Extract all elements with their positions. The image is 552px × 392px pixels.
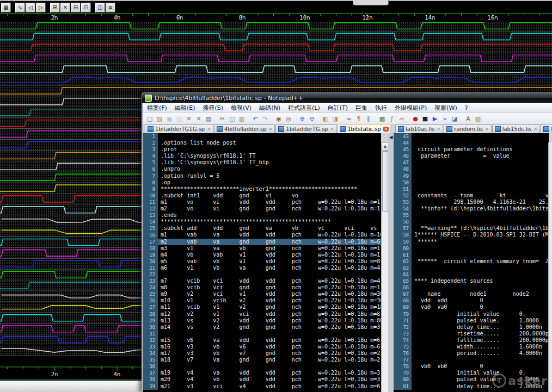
code-line-6[interactable]: 6.unpro [143,166,381,172]
zoom-fit-icon[interactable]: ⊡ [81,3,91,13]
pane-splitter[interactable]: ◀ [388,133,394,392]
function-list-icon[interactable]: ƒ [388,115,396,123]
paste-icon[interactable]: ▥ [237,115,246,123]
code-line-24[interactable]: 24m8 vcib vci gnd gnd nch w=0.22u l=0.18… [143,284,381,291]
code-line-10[interactable]: 10.subckt int1 vdd gnd vi vo [143,192,381,199]
code-line-66[interactable]: 66 [394,284,549,291]
code-line-14[interactable]: 14**************************************… [143,219,381,225]
menu-f[interactable]: 檔案(F) [143,103,171,113]
code-line-30[interactable]: 30m14 vs v2 gnd gnd nch w=0.22u l=0.18u … [143,324,381,331]
tab-close-icon[interactable]: ✕ [330,127,334,132]
code-line-32[interactable]: 32m15 v6 va vdd vdd pch w=0.22u l=0.18u … [143,337,381,344]
code-line-77[interactable]: 77 [394,357,549,363]
tab-1bitadderTG.sp[interactable]: 1bitadderTG.sp✕ [275,125,336,133]
tab-close-icon[interactable]: ✕ [485,127,489,132]
sync-scroll-v-icon[interactable]: ◧ [321,115,330,123]
list-windows-icon[interactable]: ≡ [106,3,115,13]
code-line-15[interactable]: 15.subckt add vdd gnd va vb vc vci vs [143,225,381,232]
code-line-35[interactable]: 35m18 v7 va gnd gnd nch w=0.22u l=0.18u … [143,357,381,363]
cut-icon[interactable]: ✂ [218,115,226,123]
pan-right-icon[interactable]: ▷ [36,3,46,13]
menu-w[interactable]: 視窗(W) [431,103,461,113]
menu-s[interactable]: 搜尋(S) [199,103,227,113]
code-line-21[interactable]: 21m6 v1 vb va gnd nch w=0.22u l=0.18u m=… [143,265,381,271]
code-line-60[interactable]: 60 [394,245,549,252]
zoom-in-icon[interactable]: ⊕ [298,115,306,123]
replace-icon[interactable]: ◎ [284,115,293,123]
code-line-47[interactable]: 47 [394,159,549,166]
code-line-43[interactable]: 43 [394,133,549,140]
code-line-68[interactable]: 68 vdd vdd 0 1. [394,297,549,304]
code-line-34[interactable]: 34m17 v3 vb v7 gnd nch w=0.22u l=0.18u m… [143,350,381,357]
splitter-arrow-icon[interactable]: ◀ [388,135,394,140]
delete-icon[interactable]: ✕ [60,3,70,13]
code-line-11[interactable]: 11m1 vo vi vdd vdd pch w=0.22u l=0.18u m… [143,199,381,206]
code-line-33[interactable]: 33m16 v3 vb v6 vdd pch w=0.22u l=0.18u m… [143,344,381,350]
code-line-55[interactable]: 55 [394,212,549,219]
code-line-8[interactable]: 8.op [143,179,381,186]
code-line-25[interactable]: 25m9 v2 vci v1 vdd pch w=0.22u l=0.18u m… [143,291,381,297]
tab-close-icon[interactable]: ✕ [269,127,273,132]
zoom-out-icon[interactable]: ⊖ [308,115,316,123]
save-all-icon[interactable]: ◫ [175,115,183,123]
tab-1bitstatic.sp[interactable]: 1bitstatic.sp✕ [337,124,390,133]
redo-icon[interactable]: ↷ [261,115,269,123]
tab-lab10ac.lis[interactable]: lab10ac.lis✕ [395,125,443,133]
code-line-16[interactable]: 16m1 vab va vdd vdd pch w=0.22u l=0.18u … [143,232,381,238]
code-line-56[interactable]: 56 [394,219,549,225]
macro-save-icon[interactable]: ◪ [450,115,459,123]
code-line-64[interactable]: 64 [394,271,549,278]
code-line-45[interactable]: 45 circuit parameter definitions [394,146,549,153]
grid-icon[interactable]: ▦ [1,3,11,13]
document-map-icon[interactable]: ▩ [378,115,387,123]
tab-lab15dc.lis[interactable]: lab15dc.lis✕ [492,125,540,133]
macro-play-icon[interactable]: ▶ [431,115,439,123]
code-line-73[interactable]: 73 risetime..... 200.0000p [394,331,549,337]
code-line-13[interactable]: 13.ends [143,212,381,219]
indent-guide-icon[interactable]: ∥ [364,115,373,123]
menu-[interactable]: 巨集 [352,103,371,113]
tab-4bitfulladder.sp[interactable]: 4bitfulladder.sp✕ [214,125,275,133]
code-line-39[interactable]: 39m21 v3 vci v4 vdd pch w=0.22u l=0.18u … [143,383,381,390]
code-line-62[interactable]: 62 ****** circuit element summary tnom= … [394,258,549,265]
code-line-53[interactable]: 53 298.15000 4.1163e-21 25.69184m [394,199,549,206]
code-line-31[interactable]: 31 [143,331,381,337]
menu-e[interactable]: 編輯(E) [171,103,199,113]
new-file-icon[interactable]: ▢ [145,115,154,123]
titlebar[interactable]: D:\hspice\4bitfulladder\1bitstatic.sp - … [142,92,552,103]
print-icon[interactable]: ▤ [204,115,213,123]
editor-left[interactable]: 12.options list node post3.prot4.lib 'C:… [143,133,381,392]
tab-close-icon[interactable]: ✕ [437,127,441,132]
tab-close-icon[interactable]: ✕ [207,127,211,132]
code-line-5[interactable]: 5.lib 'C:\synopsys\rf018.1' TT_bip [143,159,381,166]
code-line-50[interactable]: 50 [394,179,549,186]
code-line-29[interactable]: 29m13 vs v2 vdd vdd pch w=0.22u l=0.18u … [143,318,381,324]
menu-p[interactable]: 外掛模組(P) [391,103,431,113]
pan-left-icon[interactable]: ◁ [26,3,35,13]
word-wrap-icon[interactable]: ≈ [345,115,353,123]
macro-stop-icon[interactable]: ■ [421,115,430,123]
code-line-57[interactable]: 57 **warning** (d:\hspice\4bitfulladder\… [394,225,549,232]
code-line-58[interactable]: 581****** HSPICE -- D-2010.03-SP1 32-BIT… [394,232,549,238]
code-line-3[interactable]: 3.prot [143,146,381,153]
menu-t[interactable]: 自訂(T) [324,103,352,113]
code-line-65[interactable]: 65**** independent sources [394,278,549,284]
code-line-27[interactable]: 27m11 vcib v1 v2 gnd nch w=0.22u l=0.18u… [143,304,381,310]
editor-right[interactable]: 434445 circuit parameter definitions46 p… [394,133,549,392]
code-line-4[interactable]: 4.lib 'C:\synopsys\rf018.1' TT [143,153,381,159]
code-line-51[interactable]: 51 [394,186,549,192]
code-line-49[interactable]: 49 [394,173,549,179]
show-all-characters-icon[interactable]: ¶ [354,115,363,123]
undo-icon[interactable]: ↶ [251,115,260,123]
find-icon[interactable]: ◉ [274,115,283,123]
tab-close-icon[interactable]: ✕ [383,127,389,132]
code-line-19[interactable]: 19m4 vb vab v1 vdd pch w=0.22u l=0.18u m… [143,252,381,258]
code-line-12[interactable]: 12m2 vo vi gnd gnd nch w=0.22u l=0.18u m… [143,206,381,212]
code-line-26[interactable]: 26m10 v1 vcib v2 vdd pch w=0.22u l=0.18u… [143,297,381,304]
code-line-2[interactable]: 2.options list node post [143,140,381,146]
code-line-37[interactable]: 37m19 v4 va vdd vdd pch w=0.22u l=0.18u … [143,370,381,376]
spell-check-icon[interactable]: A [464,115,473,123]
code-line-74[interactable]: 74 falltime..... 200.0000p [394,337,549,344]
save-icon[interactable]: ▣ [165,115,174,123]
code-line-28[interactable]: 28m12 v2 v1 vci vdd pch w=0.22u l=0.18u … [143,311,381,318]
